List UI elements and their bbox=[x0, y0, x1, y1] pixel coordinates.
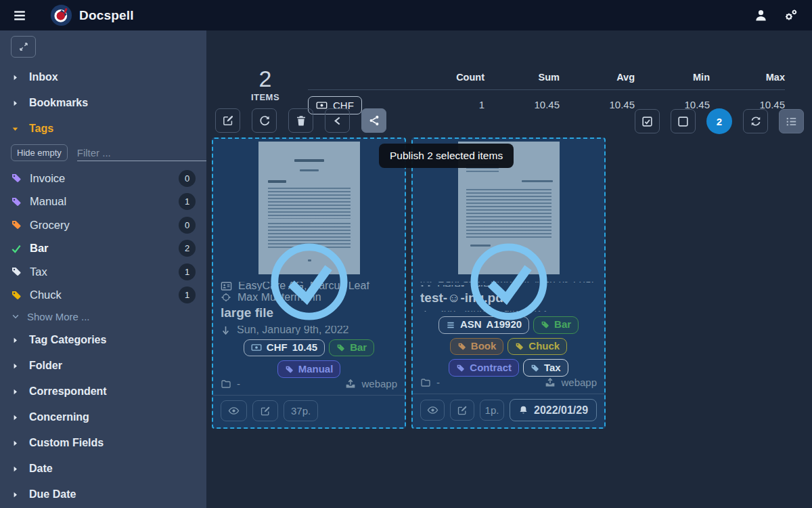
sidebar-item-label: Due Date bbox=[29, 488, 76, 501]
sidebar-item-custom-fields[interactable]: Custom Fields bbox=[0, 430, 206, 456]
sidebar-tag-list: Invoice0Manual1Grocery0Bar2Tax1Chuck1 bbox=[0, 167, 206, 307]
bell-icon bbox=[518, 405, 528, 415]
arrow-down-icon bbox=[420, 311, 430, 312]
bars-icon bbox=[446, 320, 455, 330]
publish-tooltip: Publish 2 selected items bbox=[379, 144, 514, 168]
check-square-icon bbox=[641, 115, 654, 128]
eye-icon bbox=[427, 404, 438, 416]
tag-badge-tax[interactable]: Tax bbox=[523, 359, 568, 377]
amount-badge: CHF10.45 bbox=[244, 339, 325, 357]
select-none-button[interactable] bbox=[671, 109, 696, 133]
reprocess-selected-button[interactable] bbox=[252, 108, 277, 133]
tag-badge-contract[interactable]: Contract bbox=[449, 359, 519, 377]
show-more-link[interactable]: Show More ... bbox=[0, 307, 206, 326]
address-card-icon bbox=[420, 282, 432, 282]
crosshair-icon bbox=[221, 293, 231, 302]
tag-icon bbox=[457, 342, 466, 351]
sidebar-tag-bar[interactable]: Bar2 bbox=[0, 237, 206, 261]
tag-count-badge: 0 bbox=[179, 217, 196, 234]
correspondent-text: Pancake Company, Marcus Leaf bbox=[438, 282, 594, 282]
item-card-1[interactable]: Pancake Company, Marcus Leaf Derek Jeter… bbox=[411, 137, 606, 429]
correspondent-text: EasyCare AG, Marcus Leaf bbox=[238, 282, 369, 291]
sidebar-tag-chuck[interactable]: Chuck1 bbox=[0, 284, 206, 308]
select-mode-button[interactable] bbox=[779, 109, 804, 133]
refresh-button[interactable] bbox=[743, 109, 768, 133]
stats-value: 10.45 bbox=[484, 90, 560, 114]
item-card-list: EasyCare AG, Marcus Leaf Max Mustermann … bbox=[212, 137, 606, 429]
card-footer: 37p. bbox=[213, 396, 405, 427]
sidebar-item-label: Custom Fields bbox=[29, 437, 104, 449]
sidebar-item-label: Date bbox=[29, 463, 53, 475]
tag-badge-chuck[interactable]: Chuck bbox=[508, 338, 567, 356]
item-title[interactable]: large file bbox=[213, 305, 405, 320]
main-content: 2 ITEMS CountSumAvgMinMaxCHF110.4510.451… bbox=[206, 30, 812, 508]
sidebar-item-label: Concerning bbox=[29, 411, 89, 423]
sidebar-tag-invoice[interactable]: Invoice0 bbox=[0, 167, 206, 190]
menu-button[interactable] bbox=[9, 5, 30, 26]
folder-icon bbox=[221, 379, 231, 389]
edit-item-button[interactable] bbox=[450, 400, 474, 421]
item-title[interactable]: test-☺-ing.pdf bbox=[413, 291, 604, 305]
tag-icon bbox=[11, 219, 22, 230]
sidebar: Inbox Bookmarks Tags Hide empty Invoice0… bbox=[0, 30, 206, 508]
delete-selected-button[interactable] bbox=[288, 108, 313, 133]
item-count-label: ITEMS bbox=[238, 92, 292, 102]
hide-empty-button[interactable]: Hide empty bbox=[11, 144, 68, 161]
item-card-0[interactable]: EasyCare AG, Marcus Leaf Max Mustermann … bbox=[212, 137, 406, 429]
stats-column-header: Avg bbox=[560, 68, 635, 89]
sidebar-item-correspondent[interactable]: Correspondent bbox=[0, 379, 206, 404]
publish-selected-button[interactable] bbox=[361, 108, 386, 133]
select-all-button[interactable] bbox=[635, 109, 660, 133]
sidebar-item-concerning[interactable]: Concerning bbox=[0, 404, 206, 430]
account-button[interactable] bbox=[748, 5, 773, 26]
sidebar-item-label: Tags bbox=[29, 123, 53, 135]
tag-count-badge: 1 bbox=[179, 287, 196, 303]
stats-value: 10.45 bbox=[560, 90, 635, 114]
sidebar-item-bookmarks[interactable]: Bookmarks bbox=[0, 90, 206, 116]
tag-filter-input[interactable] bbox=[77, 147, 206, 158]
tag-count-badge: 1 bbox=[179, 263, 196, 280]
sidebar-tag-manual[interactable]: Manual1 bbox=[0, 190, 206, 214]
tag-badge-book[interactable]: Book bbox=[450, 338, 504, 356]
tag-icon bbox=[531, 364, 539, 373]
document-preview[interactable] bbox=[213, 142, 405, 276]
tag-filter-row: Hide empty bbox=[0, 143, 206, 167]
money-icon bbox=[251, 342, 262, 353]
trash-icon bbox=[295, 114, 307, 127]
tag-icon bbox=[11, 266, 22, 277]
app-logo[interactable]: Docspell bbox=[50, 4, 134, 26]
edit-selected-button[interactable] bbox=[215, 108, 240, 133]
upload-icon bbox=[545, 377, 556, 388]
item-date-row: Sun, January 9th, 2022 bbox=[413, 311, 604, 312]
tag-badge-manual[interactable]: Manual bbox=[277, 360, 341, 378]
preview-item-button[interactable] bbox=[221, 400, 247, 421]
tag-name: Invoice bbox=[30, 172, 171, 185]
sidebar-item-due-date[interactable]: Due Date bbox=[0, 482, 206, 507]
preview-item-button[interactable] bbox=[420, 400, 445, 421]
sidebar-item-tag-categories[interactable]: Tag Categories bbox=[0, 327, 206, 353]
settings-button[interactable] bbox=[778, 5, 803, 26]
sidebar-item-date[interactable]: Date bbox=[0, 456, 206, 482]
sidebar-item-folder[interactable]: Folder bbox=[0, 353, 206, 379]
sidebar-item-tags[interactable]: Tags bbox=[0, 116, 206, 142]
collapse-sidebar-button[interactable] bbox=[11, 36, 36, 58]
caret-right-icon bbox=[11, 439, 20, 448]
item-date: Sun, January 9th, 2022 bbox=[237, 326, 348, 335]
sidebar-tag-tax[interactable]: Tax1 bbox=[0, 260, 206, 284]
hamburger-icon bbox=[12, 8, 27, 23]
caret-right-icon bbox=[11, 413, 20, 422]
tag-badge-bar[interactable]: Bar bbox=[329, 339, 374, 357]
page-count-badge: 1p. bbox=[480, 400, 504, 421]
tag-icon bbox=[285, 365, 294, 374]
merge-selected-button[interactable] bbox=[325, 108, 350, 133]
tag-badge-bar[interactable]: Bar bbox=[533, 316, 579, 334]
sidebar-tag-grocery[interactable]: Grocery0 bbox=[0, 213, 206, 237]
edit-item-button[interactable] bbox=[252, 400, 278, 421]
sidebar-section-list: Tag CategoriesFolderCorrespondentConcern… bbox=[0, 327, 206, 508]
tag-icon bbox=[336, 343, 345, 352]
sidebar-item-inbox[interactable]: Inbox bbox=[0, 64, 206, 90]
document-page-thumbnail bbox=[258, 142, 360, 274]
concerning-text: Max Mustermann bbox=[238, 293, 321, 302]
stats-item-count: 2 ITEMS bbox=[238, 66, 292, 102]
tag-name: Chuck bbox=[30, 289, 171, 301]
